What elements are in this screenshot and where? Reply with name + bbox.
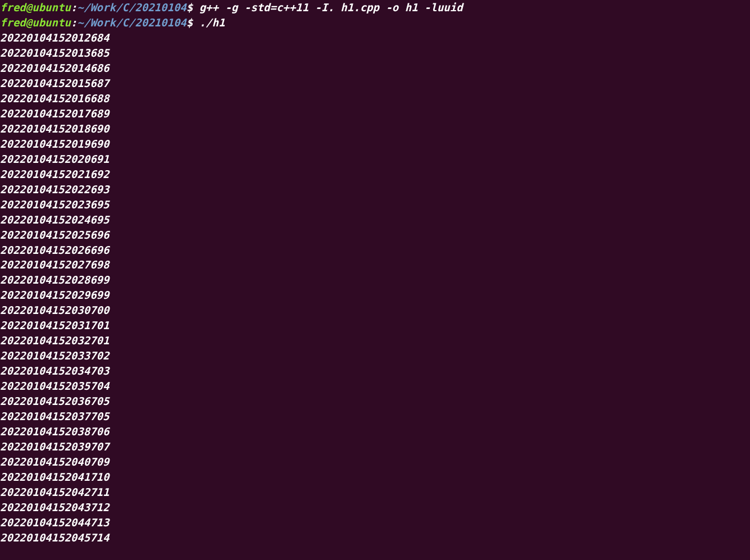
output-line: 20220104152023695 [0, 197, 750, 212]
user-host: fred@ubuntu [0, 1, 71, 13]
prompt-line: fred@ubuntu:~/Work/C/20210104$ g++ -g -s… [0, 0, 750, 15]
output-line: 20220104152037705 [0, 409, 750, 424]
output-line: 20220104152041710 [0, 470, 750, 485]
output-line: 20220104152038706 [0, 424, 750, 439]
output-line: 20220104152013685 [0, 45, 750, 61]
output-line: 20220104152043712 [0, 500, 750, 515]
prompt-symbol: $ [187, 16, 199, 29]
path-separator: : [71, 1, 77, 13]
output-line: 20220104152015687 [0, 76, 750, 91]
prompt-line: fred@ubuntu:~/Work/C/20210104$ ./h1 [0, 15, 750, 30]
prompt-symbol: $ [187, 1, 199, 13]
command-text: ./h1 [199, 16, 225, 29]
output-line: 20220104152019690 [0, 136, 750, 152]
user-host: fred@ubuntu [0, 16, 71, 29]
output-line: 20220104152034703 [0, 363, 750, 379]
output-line: 20220104152033702 [0, 348, 750, 363]
output-line: 20220104152016688 [0, 91, 750, 106]
path-separator: : [71, 16, 77, 29]
output-line: 20220104152027698 [0, 257, 750, 272]
output-line: 20220104152032701 [0, 333, 750, 348]
output-line: 20220104152031701 [0, 318, 750, 333]
output-line: 20220104152028699 [0, 272, 750, 288]
command-text: g++ -g -std=c++11 -I. h1.cpp -o h1 -luui… [199, 1, 463, 13]
output-line: 20220104152044713 [0, 515, 750, 530]
output-line: 20220104152020691 [0, 152, 750, 167]
output-line: 20220104152029699 [0, 288, 750, 303]
output-line: 20220104152030700 [0, 303, 750, 318]
output-line: 20220104152040709 [0, 454, 750, 470]
output-line: 20220104152036705 [0, 394, 750, 409]
output-line: 20220104152039707 [0, 439, 750, 454]
output-line: 20220104152024695 [0, 212, 750, 227]
output-line: 20220104152025696 [0, 227, 750, 243]
output-line: 20220104152042711 [0, 485, 750, 500]
output-line: 20220104152018690 [0, 121, 750, 136]
output-line: 20220104152017689 [0, 106, 750, 121]
working-directory: ~/Work/C/20210104 [77, 16, 186, 29]
output-line: 20220104152022693 [0, 182, 750, 197]
working-directory: ~/Work/C/20210104 [77, 1, 186, 13]
output-line: 20220104152012684 [0, 30, 750, 45]
output-line: 20220104152026696 [0, 243, 750, 258]
output-line: 20220104152021692 [0, 167, 750, 182]
output-line: 20220104152035704 [0, 379, 750, 394]
terminal-window[interactable]: fred@ubuntu:~/Work/C/20210104$ g++ -g -s… [0, 0, 750, 545]
output-line: 20220104152014686 [0, 61, 750, 76]
output-line: 20220104152045714 [0, 530, 750, 545]
